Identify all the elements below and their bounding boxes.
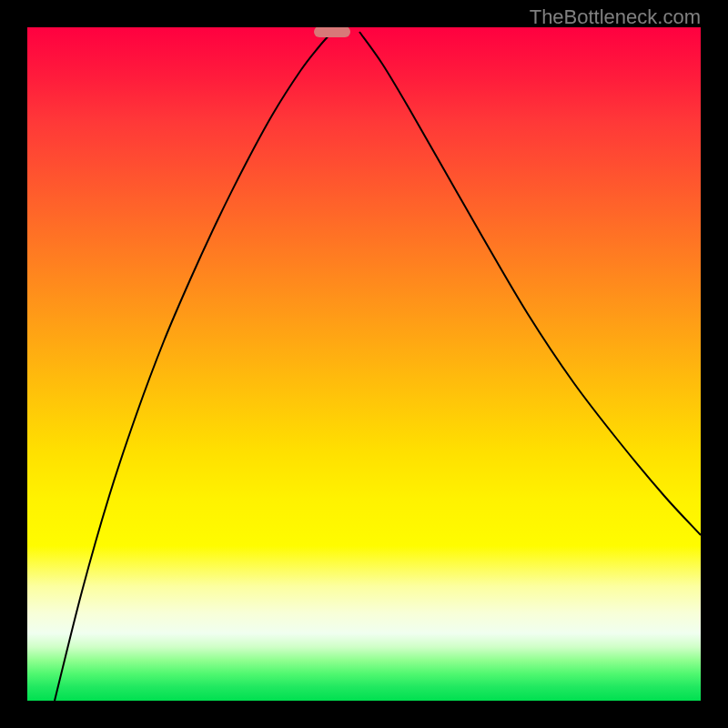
curve-svg (27, 27, 701, 701)
watermark-text: TheBottleneck.com (530, 5, 701, 29)
left-curve (55, 32, 332, 701)
right-curve (359, 32, 701, 535)
chart-plot-area (27, 27, 701, 701)
bottom-marker (314, 27, 350, 37)
